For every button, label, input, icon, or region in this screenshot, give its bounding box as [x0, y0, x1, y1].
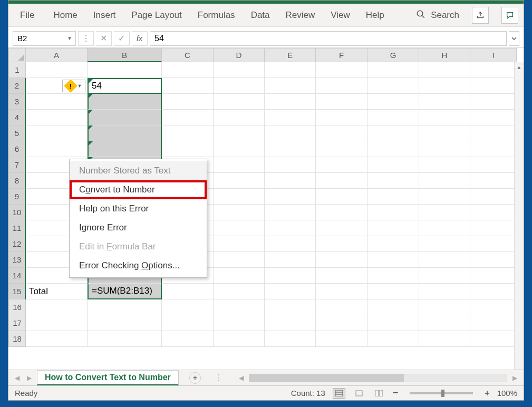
cell-i16[interactable] [470, 299, 517, 315]
menu-item-ignore-error[interactable]: Ignore Error [70, 218, 207, 237]
row-header-18[interactable]: 18 [8, 331, 26, 347]
sheet-nav-next[interactable]: ▶ [25, 374, 34, 382]
zoom-out-button[interactable]: − [393, 387, 399, 399]
cell-c4[interactable] [162, 110, 214, 125]
new-sheet-button[interactable]: + [189, 372, 201, 384]
cell-g10[interactable] [367, 205, 419, 220]
col-header-b[interactable]: B [88, 48, 162, 62]
share-button[interactable] [472, 7, 489, 24]
cell-g13[interactable] [367, 252, 419, 268]
cell-a17[interactable] [26, 315, 88, 331]
horizontal-scrollbar[interactable] [249, 374, 507, 382]
hscroll-left[interactable]: ◀ [237, 374, 246, 382]
row-header-6[interactable]: 6 [8, 141, 26, 157]
menu-item-convert-to-number[interactable]: Convert to Number [70, 180, 207, 199]
cell-d2[interactable] [214, 78, 265, 94]
cell-h9[interactable] [419, 189, 470, 205]
col-header-f[interactable]: F [316, 48, 367, 62]
cell-h16[interactable] [419, 299, 470, 315]
cell-a18[interactable] [26, 331, 88, 347]
row-header-11[interactable]: 11 [8, 220, 26, 236]
view-normal-button[interactable] [333, 388, 345, 399]
ribbon-tab-file[interactable]: File [14, 7, 41, 24]
cell-g15[interactable] [367, 284, 419, 299]
vertical-scrollbar[interactable]: ▲ [514, 62, 524, 370]
cell-e16[interactable] [265, 299, 316, 315]
col-header-g[interactable]: G [367, 48, 419, 62]
cell-f17[interactable] [316, 315, 367, 331]
cell-c15[interactable] [162, 284, 214, 299]
cell-i7[interactable] [470, 157, 517, 173]
cell-g4[interactable] [367, 110, 419, 125]
cell-a16[interactable] [26, 299, 88, 315]
zoom-thumb[interactable] [441, 390, 444, 397]
menu-item-help-on-error[interactable]: Help on this Error [70, 199, 207, 218]
cell-h5[interactable] [419, 125, 470, 141]
enter-formula-button[interactable]: ✓ [114, 31, 130, 46]
row-header-7[interactable]: 7 [8, 157, 26, 173]
cell-g17[interactable] [367, 315, 419, 331]
cell-h15[interactable] [419, 284, 470, 299]
cell-g3[interactable] [367, 94, 419, 110]
cell-i3[interactable] [470, 94, 517, 110]
cell-g8[interactable] [367, 173, 419, 189]
cell-f14[interactable] [316, 268, 367, 284]
ribbon-tab-help[interactable]: Help [363, 7, 388, 24]
formula-input[interactable]: 54 [150, 31, 507, 46]
cell-f12[interactable] [316, 236, 367, 252]
cell-f6[interactable] [316, 141, 367, 157]
hscroll-right[interactable]: ▶ [510, 374, 519, 382]
row-header-2[interactable]: 2 [8, 78, 26, 94]
cell-i8[interactable] [470, 173, 517, 189]
cell-i17[interactable] [470, 315, 517, 331]
cell-d16[interactable] [214, 299, 265, 315]
comments-button[interactable] [501, 7, 518, 24]
row-header-14[interactable]: 14 [8, 268, 26, 284]
cell-a4[interactable] [26, 110, 88, 125]
zoom-in-button[interactable]: + [485, 389, 489, 398]
cell-b18[interactable] [88, 331, 162, 347]
sheet-nav-prev[interactable]: ◀ [13, 374, 22, 382]
zoom-level[interactable]: 100% [497, 389, 517, 398]
cell-f5[interactable] [316, 125, 367, 141]
ribbon-tab-home[interactable]: Home [50, 7, 80, 24]
cell-g12[interactable] [367, 236, 419, 252]
cell-d8[interactable] [214, 173, 265, 189]
cell-d15[interactable] [214, 284, 265, 299]
cell-b4[interactable] [88, 110, 162, 125]
name-box-dropdown-icon[interactable]: ▼ [67, 35, 72, 41]
cell-d14[interactable] [214, 268, 265, 284]
cell-e14[interactable] [265, 268, 316, 284]
cell-c18[interactable] [162, 331, 214, 347]
scroll-up-icon[interactable]: ▲ [515, 62, 524, 72]
cell-b1[interactable] [88, 62, 162, 78]
row-header-12[interactable]: 12 [8, 236, 26, 252]
row-header-10[interactable]: 10 [8, 205, 26, 220]
cell-e1[interactable] [265, 62, 316, 78]
cell-i5[interactable] [470, 125, 517, 141]
cell-d3[interactable] [214, 94, 265, 110]
cell-i9[interactable] [470, 189, 517, 205]
row-header-5[interactable]: 5 [8, 125, 26, 141]
cell-i15[interactable] [470, 284, 517, 299]
cell-e5[interactable] [265, 125, 316, 141]
cell-c5[interactable] [162, 125, 214, 141]
cell-e3[interactable] [265, 94, 316, 110]
row-header-16[interactable]: 16 [8, 299, 26, 315]
cell-i18[interactable] [470, 331, 517, 347]
cell-f2[interactable] [316, 78, 367, 94]
cell-d7[interactable] [214, 157, 265, 173]
ribbon-tab-review[interactable]: Review [283, 7, 318, 24]
cell-f15[interactable] [316, 284, 367, 299]
cell-g18[interactable] [367, 331, 419, 347]
cell-h10[interactable] [419, 205, 470, 220]
ribbon-tab-page-layout[interactable]: Page Layout [128, 7, 185, 24]
cell-f9[interactable] [316, 189, 367, 205]
zoom-slider[interactable] [410, 392, 473, 394]
cell-h8[interactable] [419, 173, 470, 189]
cell-d4[interactable] [214, 110, 265, 125]
cell-e17[interactable] [265, 315, 316, 331]
cell-b17[interactable] [88, 315, 162, 331]
cell-a3[interactable] [26, 94, 88, 110]
cell-e12[interactable] [265, 236, 316, 252]
